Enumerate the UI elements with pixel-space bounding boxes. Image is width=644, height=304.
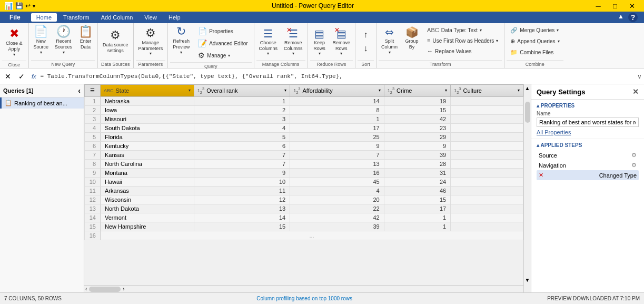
scroll-right-arrow[interactable]: › bbox=[123, 286, 124, 292]
choose-columns-button[interactable]: ☰ ChooseColumns ▾ bbox=[256, 26, 281, 58]
split-column-button[interactable]: ⇔ SplitColumn ▾ bbox=[379, 24, 400, 56]
recent-sources-button[interactable]: 🕐 RecentSources ▾ bbox=[52, 24, 75, 56]
sort-asc-button[interactable]: ↑ bbox=[358, 28, 374, 41]
table-row: 5 Florida 5 25 29 bbox=[85, 132, 523, 141]
horizontal-scroll-thumb[interactable] bbox=[89, 287, 121, 292]
col-header-affordability[interactable]: 123 Affordability ▾ bbox=[290, 85, 384, 97]
maximize-button[interactable]: □ bbox=[607, 0, 623, 12]
remove-columns-button[interactable]: ✕☰ RemoveColumns ▾ bbox=[281, 26, 305, 58]
formula-cancel-button[interactable]: ✕ bbox=[2, 71, 14, 82]
crime-cell: 31 bbox=[384, 168, 450, 177]
close-apply-button[interactable]: ✖ Close &Apply ▾ bbox=[2, 24, 26, 60]
ribbon-collapse-icon[interactable]: ▲ bbox=[618, 13, 624, 22]
culture-cell bbox=[451, 96, 523, 105]
first-row-headers-button[interactable]: ≡ Use First Row as Headers ▾ bbox=[423, 36, 502, 45]
row-num-cell: 2 bbox=[85, 105, 101, 114]
formula-confirm-button[interactable]: ✓ bbox=[16, 71, 27, 82]
affordability-cell: 17 bbox=[290, 123, 384, 132]
col-header-state[interactable]: ABC State ▾ bbox=[101, 85, 194, 97]
refresh-preview-button[interactable]: ↻ RefreshPreview ▾ bbox=[170, 24, 192, 56]
row-num-cell: 6 bbox=[85, 141, 101, 150]
ribbon-group-reduce-rows-label: Reduce Rows bbox=[310, 60, 353, 67]
scroll-left-arrow[interactable]: ‹ bbox=[85, 286, 87, 292]
overall-rank-type-icon: 123 bbox=[197, 86, 204, 95]
step-item-source[interactable]: Source⚙ bbox=[537, 150, 639, 160]
step-item-navigation[interactable]: Navigation⚙ bbox=[537, 160, 639, 170]
crime-cell: 24 bbox=[384, 177, 450, 186]
append-queries-button[interactable]: ⊕ Append Queries ▾ bbox=[507, 36, 563, 46]
state-cell: Wisconsin bbox=[101, 195, 194, 204]
manage-button[interactable]: ⚙ Manage ▾ bbox=[194, 50, 251, 61]
merge-queries-button[interactable]: 🔗 Merge Queries ▾ bbox=[507, 25, 563, 35]
remove-rows-button[interactable]: ✕ ▤ RemoveRows ▾ bbox=[330, 26, 353, 58]
enter-data-button[interactable]: 📋 EnterData bbox=[76, 24, 95, 52]
affordability-col-dropdown-icon[interactable]: ▾ bbox=[379, 88, 381, 93]
col-header-culture[interactable]: 123 Culture ▾ bbox=[451, 85, 523, 97]
row-num-cell: 15 bbox=[85, 222, 101, 231]
overall-rank-col-dropdown-icon[interactable]: ▾ bbox=[284, 88, 286, 93]
data-source-settings-button[interactable]: ⚙ Data sourcesettings bbox=[100, 28, 131, 55]
table-row: 2 Iowa 2 8 15 bbox=[85, 105, 523, 114]
manage-parameters-button[interactable]: ⚙ ManageParameters ▾ bbox=[136, 26, 166, 58]
menu-file[interactable]: File bbox=[2, 13, 28, 22]
ribbon-group-combine-label: Combine bbox=[507, 60, 563, 67]
undo-icon[interactable]: ↩ bbox=[25, 2, 31, 9]
culture-col-dropdown-icon[interactable]: ▾ bbox=[518, 88, 520, 93]
state-col-dropdown-icon[interactable]: ▾ bbox=[189, 88, 191, 93]
vertical-scrollbar[interactable]: ▲ ▼ bbox=[523, 84, 531, 292]
scroll-up-arrow[interactable]: ▲ bbox=[525, 85, 530, 91]
horizontal-scrollbar[interactable]: ‹ › bbox=[84, 285, 523, 292]
query-list-item-label: Ranking of best an... bbox=[14, 100, 67, 106]
vertical-scroll-thumb[interactable] bbox=[525, 102, 530, 123]
overall-rank-cell: 4 bbox=[194, 123, 290, 132]
dropdown-arrow-icon[interactable]: ▾ bbox=[33, 3, 35, 9]
advanced-editor-button[interactable]: 📝 Advanced Editor bbox=[194, 37, 251, 49]
state-cell: North Dakota bbox=[101, 204, 194, 213]
row-num-cell: 16 bbox=[85, 231, 101, 240]
data-grid[interactable]: ☰ ABC State ▾ 123 bbox=[84, 84, 523, 285]
step-gear-icon[interactable]: ⚙ bbox=[631, 162, 637, 169]
crime-col-dropdown-icon[interactable]: ▾ bbox=[445, 88, 447, 93]
close-window-button[interactable]: ✕ bbox=[624, 0, 640, 12]
step-label: Changed Type bbox=[599, 172, 637, 179]
table-row: 3 Missouri 3 1 42 bbox=[85, 114, 523, 123]
group-by-button[interactable]: 📦 GroupBy bbox=[402, 24, 421, 52]
menu-home[interactable]: Home bbox=[31, 13, 57, 22]
query-name-input[interactable] bbox=[537, 117, 639, 127]
query-panel-collapse-button[interactable]: ‹ bbox=[78, 86, 81, 95]
window-title: Untitled - Power Query Editor bbox=[38, 2, 587, 9]
menu-help[interactable]: Help bbox=[163, 13, 186, 22]
replace-values-button[interactable]: ↔ Replace Values bbox=[423, 46, 502, 56]
formula-input[interactable]: = Table.TransformColumnTypes(Data0,{{"St… bbox=[41, 73, 635, 80]
quick-save-icon[interactable]: 💾 bbox=[15, 2, 23, 9]
query-settings-close-button[interactable]: ✕ bbox=[632, 87, 639, 96]
col-header-overall-rank[interactable]: 123 Overall rank ▾ bbox=[194, 85, 290, 97]
query-panel: Queries [1] ‹ 📋 Ranking of best an... bbox=[0, 84, 84, 292]
overall-rank-cell: 5 bbox=[194, 132, 290, 141]
menu-view[interactable]: View bbox=[139, 13, 162, 22]
culture-cell bbox=[451, 177, 523, 186]
formula-expand-icon[interactable]: ∨ bbox=[637, 73, 642, 80]
culture-cell bbox=[451, 114, 523, 123]
table-row: 12 Wisconsin 12 20 15 bbox=[85, 195, 523, 204]
query-list-item-ranking[interactable]: 📋 Ranking of best an... bbox=[0, 97, 84, 109]
properties-button[interactable]: 📄 Properties bbox=[194, 25, 251, 37]
all-properties-link[interactable]: All Properties bbox=[537, 129, 571, 135]
combine-files-button[interactable]: 📁 Combine Files bbox=[507, 47, 563, 57]
col-header-crime[interactable]: 123 Crime ▾ bbox=[384, 85, 450, 97]
culture-cell bbox=[451, 123, 523, 132]
keep-rows-button[interactable]: ▤ KeepRows ▾ bbox=[310, 26, 329, 58]
help-question-icon[interactable]: ? bbox=[628, 13, 638, 22]
affordability-cell: 42 bbox=[290, 213, 384, 222]
new-source-button[interactable]: 📄 NewSource ▾ bbox=[31, 24, 52, 56]
menu-add-column[interactable]: Add Column bbox=[96, 13, 138, 22]
menu-transform[interactable]: Transform bbox=[58, 13, 95, 22]
state-cell: Florida bbox=[101, 132, 194, 141]
step-item-changed-type[interactable]: ✕Changed Type bbox=[537, 170, 639, 180]
minimize-button[interactable]: ─ bbox=[590, 0, 606, 12]
scroll-down-arrow[interactable]: ▼ bbox=[525, 277, 530, 283]
data-type-button[interactable]: ABC Data Type: Text ▾ bbox=[423, 25, 502, 35]
crime-cell: 1 bbox=[384, 213, 450, 222]
step-gear-icon[interactable]: ⚙ bbox=[631, 152, 637, 159]
sort-desc-button[interactable]: ↓ bbox=[358, 42, 374, 55]
